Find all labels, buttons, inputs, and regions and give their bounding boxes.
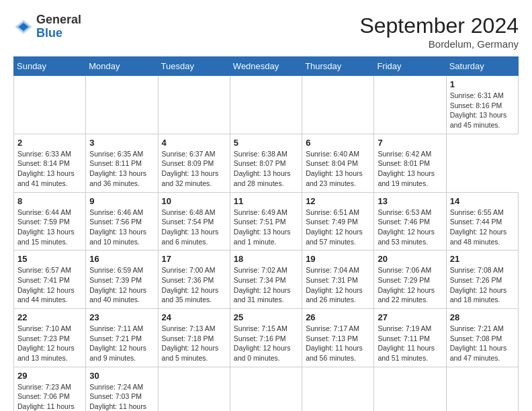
day-number: 12 [306,196,370,206]
day-info: Sunrise: 7:11 AMSunset: 7:21 PMDaylight:… [89,324,146,362]
day-number: 16 [89,254,154,264]
day-number: 23 [89,312,154,322]
day-number: 13 [378,196,442,206]
calendar-row: 2Sunrise: 6:33 AMSunset: 8:14 PMDaylight… [14,134,519,192]
day-cell: 20Sunrise: 7:06 AMSunset: 7:29 PMDayligh… [374,250,446,309]
empty-cell [374,367,446,411]
day-cell: 24Sunrise: 7:13 AMSunset: 7:18 PMDayligh… [158,309,230,367]
day-info: Sunrise: 7:10 AMSunset: 7:23 PMDaylight:… [17,324,75,362]
day-number: 28 [450,312,515,322]
day-info: Sunrise: 6:48 AMSunset: 7:54 PMDaylight:… [162,208,219,246]
day-info: Sunrise: 6:37 AMSunset: 8:09 PMDaylight:… [162,150,219,187]
day-cell: 5Sunrise: 6:38 AMSunset: 8:07 PMDaylight… [230,134,302,192]
day-info: Sunrise: 7:04 AMSunset: 7:31 PMDaylight:… [306,266,363,304]
day-number: 2 [17,138,82,148]
day-number: 20 [378,254,442,264]
day-cell: 25Sunrise: 7:15 AMSunset: 7:16 PMDayligh… [230,309,302,367]
day-number: 1 [450,79,515,89]
day-info: Sunrise: 6:55 AMSunset: 7:44 PMDaylight:… [450,208,507,246]
day-info: Sunrise: 6:42 AMSunset: 8:01 PMDaylight:… [378,150,435,187]
day-cell: 22Sunrise: 7:10 AMSunset: 7:23 PMDayligh… [14,309,86,367]
day-info: Sunrise: 7:06 AMSunset: 7:29 PMDaylight:… [378,266,435,304]
day-cell: 16Sunrise: 6:59 AMSunset: 7:39 PMDayligh… [86,250,158,309]
day-cell: 15Sunrise: 6:57 AMSunset: 7:41 PMDayligh… [14,250,86,309]
day-header-wednesday: Wednesday [230,57,302,76]
day-number: 25 [234,312,298,322]
day-number: 19 [306,254,370,264]
empty-cell [302,367,374,411]
empty-cell [230,367,302,411]
day-info: Sunrise: 7:13 AMSunset: 7:18 PMDaylight:… [162,324,219,362]
day-info: Sunrise: 6:31 AMSunset: 8:16 PMDaylight:… [450,91,507,129]
day-cell: 12Sunrise: 6:51 AMSunset: 7:49 PMDayligh… [302,192,374,250]
empty-cell [446,367,518,411]
day-info: Sunrise: 6:40 AMSunset: 8:04 PMDaylight:… [306,150,363,187]
day-cell: 28Sunrise: 7:21 AMSunset: 7:08 PMDayligh… [446,309,518,367]
empty-cell [302,76,374,134]
day-info: Sunrise: 6:35 AMSunset: 8:11 PMDaylight:… [89,150,146,187]
day-cell: 1Sunrise: 6:31 AMSunset: 8:16 PMDaylight… [446,76,518,134]
day-info: Sunrise: 6:53 AMSunset: 7:46 PMDaylight:… [378,208,435,246]
calendar-table: SundayMondayTuesdayWednesdayThursdayFrid… [13,56,519,411]
day-cell: 9Sunrise: 6:46 AMSunset: 7:56 PMDaylight… [86,192,158,250]
day-cell: 2Sunrise: 6:33 AMSunset: 8:14 PMDaylight… [14,134,86,192]
day-info: Sunrise: 7:02 AMSunset: 7:34 PMDaylight:… [234,266,291,304]
day-info: Sunrise: 7:24 AMSunset: 7:03 PMDaylight:… [89,383,146,411]
day-cell: 6Sunrise: 6:40 AMSunset: 8:04 PMDaylight… [302,134,374,192]
day-info: Sunrise: 6:46 AMSunset: 7:56 PMDaylight:… [89,208,146,246]
calendar-header-row: SundayMondayTuesdayWednesdayThursdayFrid… [14,57,519,76]
day-cell: 14Sunrise: 6:55 AMSunset: 7:44 PMDayligh… [446,192,518,250]
calendar-row: 22Sunrise: 7:10 AMSunset: 7:23 PMDayligh… [14,309,519,367]
title-block: September 2024 Bordelum, Germany [359,13,519,50]
calendar-row: 15Sunrise: 6:57 AMSunset: 7:41 PMDayligh… [14,250,519,309]
day-number: 29 [17,371,82,381]
day-header-saturday: Saturday [446,57,518,76]
day-cell: 4Sunrise: 6:37 AMSunset: 8:09 PMDaylight… [158,134,230,192]
day-header-friday: Friday [374,57,446,76]
empty-cell [14,76,86,134]
day-number: 11 [234,196,298,206]
day-number: 15 [17,254,82,264]
location: Bordelum, Germany [359,38,519,50]
calendar-row: 8Sunrise: 6:44 AMSunset: 7:59 PMDaylight… [14,192,519,250]
empty-cell [158,367,230,411]
day-info: Sunrise: 6:49 AMSunset: 7:51 PMDaylight:… [234,208,291,246]
day-cell: 27Sunrise: 7:19 AMSunset: 7:11 PMDayligh… [374,309,446,367]
page-header: General Blue September 2024 Bordelum, Ge… [13,13,519,50]
day-info: Sunrise: 7:17 AMSunset: 7:13 PMDaylight:… [306,324,363,362]
day-header-monday: Monday [86,57,158,76]
day-cell: 7Sunrise: 6:42 AMSunset: 8:01 PMDaylight… [374,134,446,192]
day-number: 9 [89,196,154,206]
day-number: 21 [450,254,515,264]
day-cell: 8Sunrise: 6:44 AMSunset: 7:59 PMDaylight… [14,192,86,250]
logo-icon [13,17,34,37]
logo: General Blue [13,13,81,40]
empty-cell [374,76,446,134]
day-cell: 21Sunrise: 7:08 AMSunset: 7:26 PMDayligh… [446,250,518,309]
day-number: 4 [162,138,226,148]
day-cell: 10Sunrise: 6:48 AMSunset: 7:54 PMDayligh… [158,192,230,250]
day-number: 8 [17,196,82,206]
logo-text: General Blue [36,13,81,40]
day-number: 7 [378,138,442,148]
calendar-row: 29Sunrise: 7:23 AMSunset: 7:06 PMDayligh… [14,367,519,411]
day-number: 27 [378,312,442,322]
month-year: September 2024 [359,13,519,38]
day-number: 17 [162,254,226,264]
empty-cell [230,76,302,134]
day-header-tuesday: Tuesday [158,57,230,76]
day-number: 3 [89,138,154,148]
day-cell: 26Sunrise: 7:17 AMSunset: 7:13 PMDayligh… [302,309,374,367]
day-info: Sunrise: 7:00 AMSunset: 7:36 PMDaylight:… [162,266,219,304]
empty-cell [158,76,230,134]
day-number: 18 [234,254,298,264]
day-cell: 23Sunrise: 7:11 AMSunset: 7:21 PMDayligh… [86,309,158,367]
day-cell: 18Sunrise: 7:02 AMSunset: 7:34 PMDayligh… [230,250,302,309]
day-number: 10 [162,196,226,206]
day-info: Sunrise: 7:19 AMSunset: 7:11 PMDaylight:… [378,324,435,362]
day-info: Sunrise: 6:44 AMSunset: 7:59 PMDaylight:… [17,208,75,246]
day-number: 30 [89,371,154,381]
day-info: Sunrise: 6:59 AMSunset: 7:39 PMDaylight:… [89,266,146,304]
day-info: Sunrise: 6:33 AMSunset: 8:14 PMDaylight:… [17,150,75,187]
day-info: Sunrise: 7:23 AMSunset: 7:06 PMDaylight:… [17,383,75,411]
